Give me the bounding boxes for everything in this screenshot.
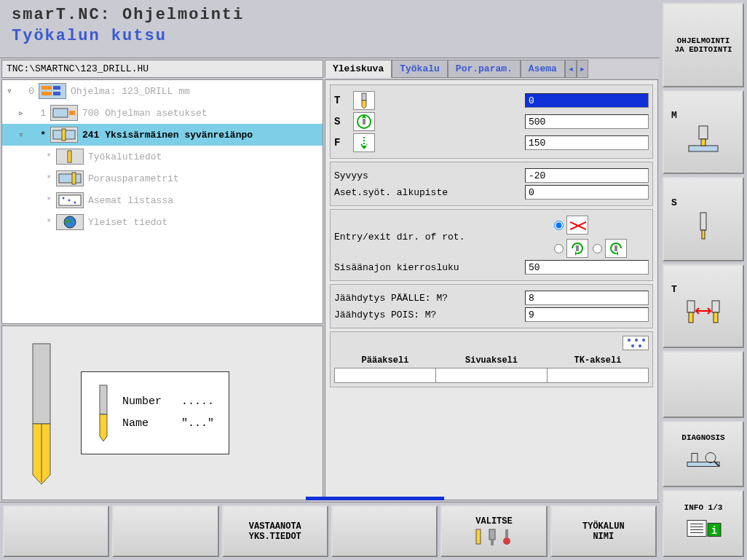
svg-rect-36 xyxy=(33,344,50,424)
tab-drillparam[interactable]: Por.param. xyxy=(448,60,521,78)
s-button[interactable]: S xyxy=(663,177,744,261)
tab-overview[interactable]: Yleiskuva xyxy=(325,60,392,78)
settings-icon xyxy=(50,105,78,121)
axis-main-cell[interactable] xyxy=(335,368,436,383)
axis-tool-cell[interactable] xyxy=(548,368,649,383)
svg-rect-43 xyxy=(614,245,617,251)
tab-scroll-right[interactable]: ▸ xyxy=(577,60,588,78)
tree-row-settings[interactable]: ▹ 1 700 Ohjelman asetukset xyxy=(2,102,323,124)
header: smarT.NC: Ohjelmointi Työkalun kutsu xyxy=(0,0,660,58)
svg-text:i: i xyxy=(711,524,717,536)
svg-rect-21 xyxy=(53,86,60,90)
tab-scroll-left[interactable]: ◂ xyxy=(565,60,577,78)
rotdir-none[interactable] xyxy=(554,216,627,234)
entryspeed-input[interactable] xyxy=(525,260,649,275)
name-value: "..." xyxy=(181,417,214,430)
spacer-button-1[interactable] xyxy=(663,351,744,418)
svg-rect-1 xyxy=(699,126,708,139)
svg-rect-39 xyxy=(362,93,366,100)
coolant-off-input[interactable] xyxy=(525,307,649,322)
softkey-1[interactable] xyxy=(3,505,109,557)
program-icon xyxy=(39,83,66,99)
svg-point-33 xyxy=(68,200,71,202)
softkey-receive[interactable]: VASTAANOTA YKS.TIEDOT xyxy=(222,505,328,557)
softkey-toolname[interactable]: TYÖKALUN NIMI xyxy=(550,505,657,557)
program-tree[interactable]: ▿ 0 Ohjelma: 123_DRILL mm ▹ 1 700 Ohjelm… xyxy=(1,79,323,324)
axis-side-header: Sivuakseli xyxy=(435,353,547,368)
tree-row-global[interactable]: * Yleiset tiedot xyxy=(2,211,323,233)
svg-rect-42 xyxy=(576,245,579,251)
group-tsf: T S F xyxy=(330,84,653,159)
axis-tool-header: TK-akseli xyxy=(548,353,649,368)
pattern-icon[interactable] xyxy=(622,336,649,350)
rotdir-ccw[interactable] xyxy=(593,239,627,258)
svg-rect-6 xyxy=(689,312,693,323)
softkey-2[interactable] xyxy=(112,505,218,557)
svg-point-47 xyxy=(631,344,634,347)
softkey-4[interactable] xyxy=(331,505,438,557)
expander-icon[interactable]: ▹ xyxy=(18,107,28,119)
tool-graphic-icon xyxy=(20,340,63,486)
svg-point-46 xyxy=(642,339,645,342)
depth-input[interactable] xyxy=(525,168,649,183)
svg-point-48 xyxy=(639,344,641,347)
axis-main-header: Pääakseli xyxy=(335,353,436,368)
svg-rect-24 xyxy=(53,109,68,117)
rotdir-label: Entry/exit dir. of rot. xyxy=(334,232,548,242)
axis-side-cell[interactable] xyxy=(435,368,547,383)
page-subtitle: Työkalun kutsu xyxy=(12,27,648,45)
coolant-off-label: Jäähdytys POIS: M? xyxy=(334,309,519,320)
t-label: T xyxy=(334,95,347,106)
axis-table: Pääakseli Sivuakseli TK-akseli xyxy=(334,353,649,383)
m-button[interactable]: M xyxy=(663,90,744,175)
svg-rect-53 xyxy=(505,529,508,538)
tab-position[interactable]: Asema xyxy=(521,60,565,78)
svg-rect-49 xyxy=(476,529,481,544)
tool-preview-panel: Number ..... Name "..." xyxy=(1,326,323,500)
tree-row-tooldata[interactable]: * Työkalutiedot xyxy=(2,146,323,167)
svg-point-52 xyxy=(503,537,510,545)
globe-icon xyxy=(56,214,84,230)
tree-row-positions[interactable]: * Asemat listassa xyxy=(2,189,323,211)
info-icon: i xyxy=(681,512,725,545)
coolant-on-input[interactable] xyxy=(525,291,649,305)
tree-row-program[interactable]: ▿ 0 Ohjelma: 123_DRILL mm xyxy=(2,80,323,102)
t-input[interactable] xyxy=(525,93,649,108)
svg-rect-8 xyxy=(714,312,718,323)
svg-rect-2 xyxy=(701,139,706,146)
f-input[interactable] xyxy=(525,135,649,150)
form-panel: T S F Syvyys xyxy=(325,79,658,500)
tree-row-drill-cycle[interactable]: ▿ * 241 Yksisärmäinen syvänreiänpo xyxy=(2,124,323,146)
svg-rect-38 xyxy=(100,385,107,414)
group-coolant: Jäähdytys PÄÄLLE: M? Jäähdytys POIS: M? xyxy=(330,284,653,328)
tool-change-icon xyxy=(681,296,725,329)
t-button[interactable]: T xyxy=(663,264,744,349)
diagnosis-button[interactable]: DIAGNOSIS xyxy=(663,421,744,488)
svg-rect-0 xyxy=(689,146,718,151)
expander-icon[interactable]: ▿ xyxy=(18,129,28,141)
svg-rect-9 xyxy=(687,462,719,467)
s-label: S xyxy=(334,116,347,127)
expander-icon[interactable]: ▿ xyxy=(7,85,17,97)
drill-param-icon xyxy=(56,170,84,186)
svg-rect-13 xyxy=(687,520,706,536)
tree-row-drillparam[interactable]: * Porausparametrit xyxy=(2,167,323,189)
name-label: Name xyxy=(122,417,149,430)
s-input[interactable] xyxy=(525,114,649,129)
no-rotation-icon xyxy=(566,216,588,234)
info-button[interactable]: INFO 1/3 i xyxy=(663,490,744,557)
mode-button[interactable]: OHJELMOINTI JA EDITOINTI xyxy=(663,3,744,87)
tool-field-icon xyxy=(353,91,375,110)
tab-tool[interactable]: Työkalu xyxy=(392,60,448,78)
feed-field-icon xyxy=(353,133,375,152)
tool-icon xyxy=(56,149,84,165)
softkey-select[interactable]: VALITSE xyxy=(440,505,547,557)
f-label: F xyxy=(334,137,347,149)
svg-rect-41 xyxy=(363,119,365,125)
startpoint-input[interactable] xyxy=(525,185,649,200)
number-value: ..... xyxy=(181,395,214,408)
cw-icon xyxy=(566,239,588,258)
rotdir-cw[interactable] xyxy=(554,239,588,258)
spindle-field-icon xyxy=(353,112,375,131)
startpoint-label: Aset.syöt. alkupiste xyxy=(334,187,519,198)
